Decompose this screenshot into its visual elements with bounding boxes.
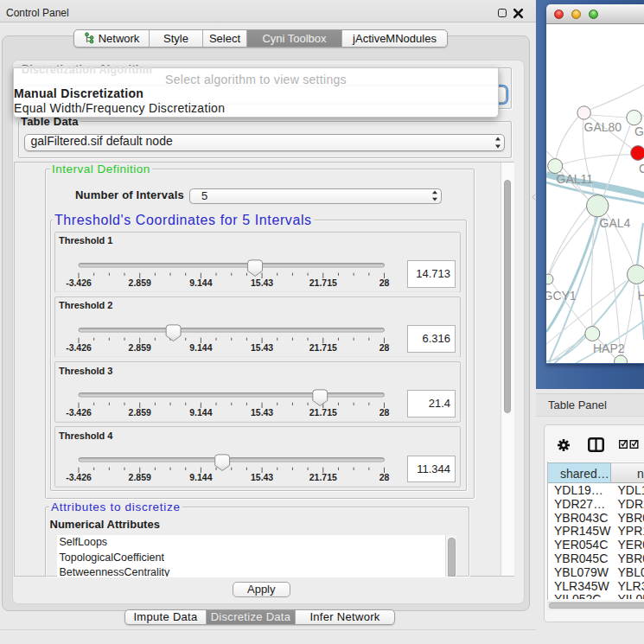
svg-text:GAL11: GAL11 [556,171,593,185]
svg-text:9.144: 9.144 [189,277,212,287]
svg-text:-3.426: -3.426 [66,342,92,352]
svg-text:-3.426: -3.426 [66,277,92,287]
svg-text:28: 28 [379,277,389,287]
svg-text:GAL80: GAL80 [583,120,622,134]
svg-text:CYC1: CYC1 [639,161,644,175]
svg-text:-3.426: -3.426 [66,473,92,482]
svg-text:15.43: 15.43 [250,277,272,287]
svg-text:GCY1: GCY1 [546,288,577,302]
svg-text:28: 28 [379,342,389,352]
svg-text:15.43: 15.43 [250,407,272,417]
svg-text:21.715: 21.715 [309,473,336,482]
svg-text:2.859: 2.859 [128,277,150,287]
svg-text:28: 28 [379,473,389,482]
svg-text:-3.426: -3.426 [66,407,92,417]
svg-text:GAL4: GAL4 [599,215,630,229]
svg-text:28: 28 [379,407,389,417]
svg-text:2.859: 2.859 [128,473,150,482]
svg-text:15.43: 15.43 [250,473,272,482]
svg-text:21.715: 21.715 [309,277,336,287]
svg-text:9.144: 9.144 [189,342,212,352]
svg-text:2.859: 2.859 [128,407,150,417]
svg-text:2.859: 2.859 [128,342,150,352]
svg-text:9.144: 9.144 [189,407,212,417]
svg-text:15.43: 15.43 [250,342,272,352]
svg-text:21.715: 21.715 [309,407,336,417]
svg-text:HAP2: HAP2 [593,341,625,354]
svg-text:9.144: 9.144 [189,473,212,482]
svg-text:GAL7: GAL7 [634,124,644,137]
svg-text:21.715: 21.715 [309,342,336,352]
svg-text:HIS4: HIS4 [637,288,644,302]
